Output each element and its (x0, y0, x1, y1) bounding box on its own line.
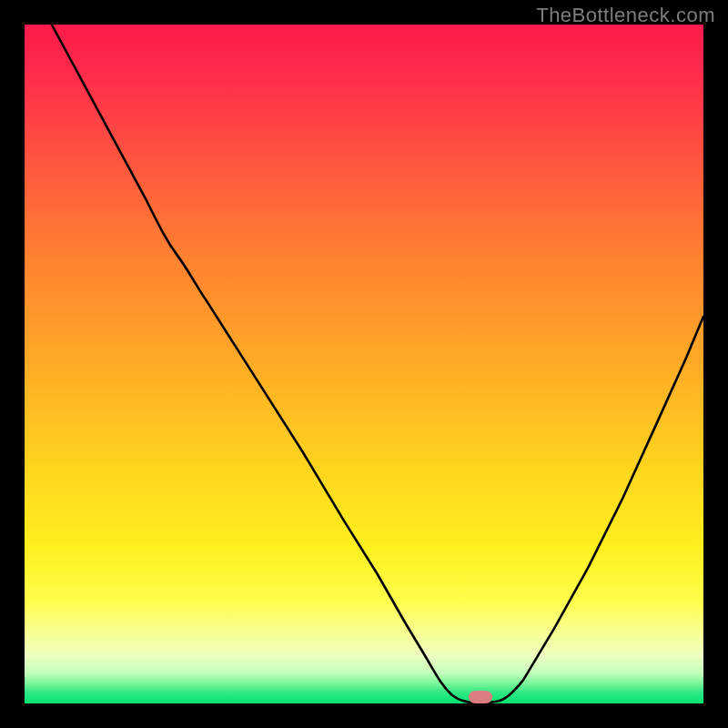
watermark: TheBottleneck.com (536, 4, 715, 27)
optimum-marker (469, 691, 492, 703)
bottleneck-curve (25, 25, 703, 703)
chart-frame: TheBottleneck.com (0, 0, 728, 728)
curve-path (52, 25, 703, 703)
plot-area (25, 25, 703, 703)
